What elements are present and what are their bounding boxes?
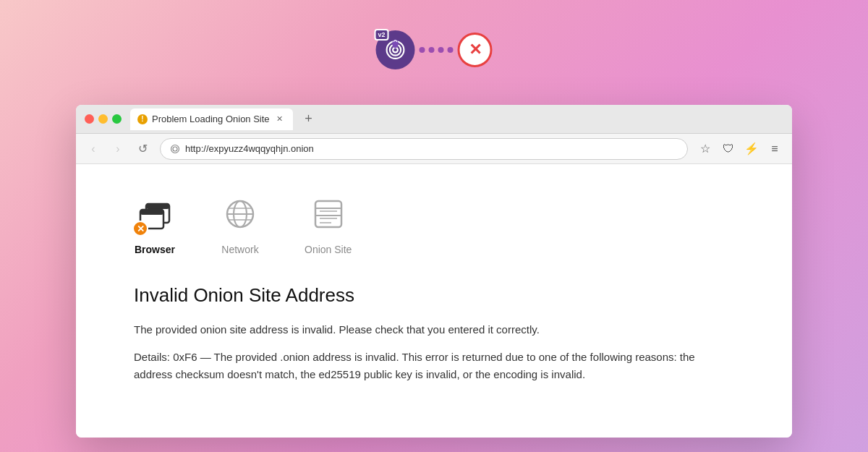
dot-2 (429, 47, 435, 53)
onion-site-icon (310, 195, 347, 233)
svg-point-2 (393, 48, 398, 53)
title-bar: ! Problem Loading Onion Site ✕ + (76, 105, 792, 134)
connection-error-icon: ✕ (458, 33, 493, 67)
v2-badge: v2 (375, 29, 389, 40)
svg-rect-10 (140, 210, 163, 215)
nav-icons-right: ☆ 🛡 ⚡ ≡ (695, 139, 785, 159)
onion-site-label: Onion Site (305, 244, 352, 255)
svg-point-4 (171, 145, 179, 153)
onion-site-icon-wrapper (307, 193, 349, 235)
content-area: ✕ Browser Network (76, 164, 792, 438)
tor-connection-diagram: v2 ✕ (376, 30, 493, 69)
tab-title: Problem Loading Onion Site (152, 114, 270, 124)
traffic-lights (85, 114, 122, 124)
tor-onion-icon: v2 (376, 30, 415, 69)
dot-1 (420, 47, 425, 53)
menu-button[interactable]: ≡ (765, 139, 785, 159)
error-description: The provided onion site address is inval… (134, 321, 734, 338)
browser-icon-wrapper: ✕ (134, 193, 176, 235)
onion-site-status-item: Onion Site (305, 193, 352, 255)
bookmark-button[interactable]: ☆ (695, 139, 715, 159)
browser-status-item: ✕ Browser (134, 193, 176, 255)
refresh-button[interactable]: ↺ (132, 139, 153, 159)
tab-warning-icon: ! (137, 114, 148, 124)
tab-close-button[interactable]: ✕ (274, 114, 286, 125)
browser-error-badge: ✕ (132, 221, 148, 236)
network-icon-wrapper (219, 193, 261, 235)
address-bar[interactable]: http://expyuzz4wqqyqhjn.onion (160, 138, 688, 160)
network-icon (221, 195, 259, 233)
error-details: Details: 0xF6 — The provided .onion addr… (134, 349, 734, 383)
shield-button[interactable]: 🛡 (718, 139, 739, 159)
network-status-item: Network (219, 193, 261, 255)
onion-svg (383, 38, 408, 62)
status-icons-row: ✕ Browser Network (134, 193, 734, 255)
back-button[interactable]: ‹ (83, 139, 103, 159)
forward-button[interactable]: › (108, 139, 128, 159)
error-heading: Invalid Onion Site Address (134, 284, 734, 307)
address-text: http://expyuzz4wqqyqhjn.onion (185, 143, 678, 154)
browser-label: Browser (135, 244, 175, 255)
svg-rect-8 (146, 204, 169, 209)
dot-3 (438, 47, 444, 53)
new-tab-button[interactable]: + (299, 109, 319, 129)
svg-point-5 (173, 147, 177, 151)
extension-button[interactable]: ⚡ (741, 139, 762, 159)
active-tab[interactable]: ! Problem Loading Onion Site ✕ (130, 108, 293, 130)
maximize-traffic-light[interactable] (112, 114, 122, 124)
connection-dots (420, 47, 454, 53)
navigation-bar: ‹ › ↺ http://expyuzz4wqqyqhjn.onion ☆ 🛡 … (76, 134, 792, 164)
dot-4 (448, 47, 454, 53)
close-traffic-light[interactable] (85, 114, 94, 124)
browser-window: ! Problem Loading Onion Site ✕ + ‹ › ↺ h… (76, 105, 792, 438)
address-bar-onion-icon (169, 143, 181, 155)
network-label: Network (221, 244, 258, 255)
x-symbol: ✕ (469, 42, 482, 58)
minimize-traffic-light[interactable] (98, 114, 108, 124)
